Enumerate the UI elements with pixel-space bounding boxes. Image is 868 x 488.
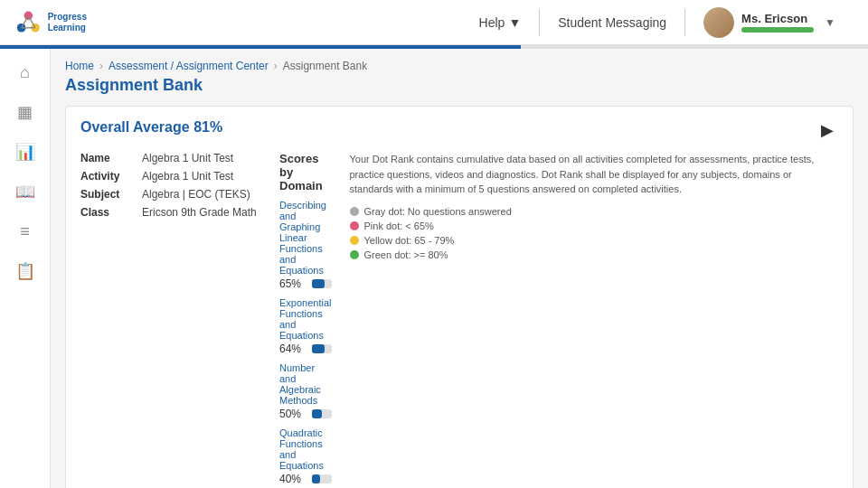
overall-card: Overall Average 81% ▶ Name Algebra 1 Uni…	[65, 106, 854, 488]
logo-text: Progress Learning	[48, 12, 87, 33]
info-label-subject: Subject	[80, 188, 135, 201]
info-row-subject: Subject Algebra | EOC (TEKS)	[80, 188, 261, 201]
green-dot	[350, 250, 359, 259]
info-label-name: Name	[80, 152, 135, 164]
yellow-dot	[350, 236, 359, 245]
domain-pct: 40%	[279, 473, 305, 485]
play-button[interactable]: ▶	[816, 119, 838, 141]
breadcrumb-sep-2: ›	[274, 60, 278, 72]
student-messaging-link[interactable]: Student Messaging	[558, 15, 666, 30]
card-inner: Name Algebra 1 Unit Test Activity Algebr…	[80, 152, 838, 488]
logo-icon	[14, 8, 42, 37]
user-progress-bar	[741, 27, 814, 33]
domain-pct: 65%	[279, 277, 305, 290]
bar-fill	[312, 279, 325, 288]
info-label-class: Class	[80, 206, 135, 219]
user-name: Ms. Ericson	[741, 12, 807, 25]
user-menu[interactable]: Ms. Ericson ▼	[703, 7, 835, 38]
overall-title: Overall Average 81%	[80, 119, 222, 136]
legend-item-label: Gray dot: No questions answered	[364, 206, 512, 217]
sidebar-clipboard-icon[interactable]: 📋	[13, 258, 38, 284]
legend-item: Green dot: >= 80%	[350, 249, 839, 260]
legend-section: Your Dot Rank contains cumulative data b…	[350, 152, 839, 488]
domain-item: Number and Algebraic Methods 50%	[279, 362, 332, 420]
legend-item-label: Green dot: >= 80%	[364, 249, 448, 260]
header-center: Help ▼ Student Messaging Ms. Ericson ▼	[87, 7, 854, 38]
domain-name: Number and Algebraic Methods	[279, 362, 332, 406]
info-value-activity: Algebra 1 Unit Test	[142, 170, 233, 183]
domain-pct: 50%	[279, 408, 305, 420]
gray-dot	[350, 207, 359, 216]
logo: Progress Learning	[14, 8, 87, 37]
user-name-area: Ms. Ericson	[741, 12, 814, 33]
layout: ⌂ ▦ 📊 📖 ≡ 📋 Home › Assessment / Assignme…	[0, 49, 868, 488]
domain-bar-row: 64%	[279, 343, 332, 355]
legend-items: Gray dot: No questions answered Pink dot…	[350, 206, 839, 260]
info-row-name: Name Algebra 1 Unit Test	[80, 152, 261, 164]
overall-value: 81%	[193, 119, 222, 135]
sidebar-book-icon[interactable]: 📖	[13, 179, 38, 204]
breadcrumb-assessment[interactable]: Assessment / Assignment Center	[108, 60, 269, 72]
domains-container: Describing and Graphing Linear Functions…	[279, 200, 332, 485]
domain-name: Describing and Graphing Linear Functions…	[279, 200, 332, 276]
info-value-name: Algebra 1 Unit Test	[142, 152, 233, 164]
breadcrumb: Home › Assessment / Assignment Center › …	[65, 60, 854, 72]
bar-fill	[312, 344, 325, 353]
domain-item: Describing and Graphing Linear Functions…	[279, 200, 332, 290]
sidebar-chart-icon[interactable]: 📊	[13, 139, 38, 164]
legend-item: Yellow dot: 65 - 79%	[350, 235, 839, 246]
sidebar-building-icon[interactable]: ▦	[13, 99, 38, 125]
sidebar-stack-icon[interactable]: ≡	[13, 219, 38, 244]
sidebar: ⌂ ▦ 📊 📖 ≡ 📋	[0, 49, 51, 488]
bar-track	[312, 279, 332, 288]
breadcrumb-current: Assignment Bank	[283, 60, 367, 72]
page-title: Assignment Bank	[65, 76, 854, 95]
header: Progress Learning Help ▼ Student Messagi…	[0, 0, 868, 45]
domain-bar-row: 40%	[279, 473, 332, 485]
domain-item: Exponential Functions and Equations 64%	[279, 297, 332, 355]
avatar	[703, 7, 734, 38]
info-value-subject: Algebra | EOC (TEKS)	[142, 188, 250, 201]
domain-bar-row: 50%	[279, 408, 332, 420]
domain-item: Quadratic Functions and Equations 40%	[279, 427, 332, 485]
main-content: Home › Assessment / Assignment Center › …	[51, 49, 868, 488]
help-button[interactable]: Help ▼	[479, 15, 522, 30]
domain-name: Exponential Functions and Equations	[279, 297, 332, 341]
info-section: Name Algebra 1 Unit Test Activity Algebr…	[80, 152, 261, 488]
bar-fill	[312, 409, 322, 418]
bar-track	[312, 344, 332, 353]
domain-bar-row: 65%	[279, 277, 332, 290]
info-row-activity: Activity Algebra 1 Unit Test	[80, 170, 261, 183]
legend-item-label: Pink dot: < 65%	[364, 221, 434, 231]
chevron-down-icon: ▼	[508, 15, 521, 30]
header-divider-2	[684, 9, 685, 36]
info-label-activity: Activity	[80, 170, 135, 183]
bar-fill	[312, 474, 320, 483]
sidebar-home-icon[interactable]: ⌂	[13, 60, 38, 85]
user-menu-chevron: ▼	[825, 16, 835, 29]
overall-header: Overall Average 81% ▶	[80, 119, 838, 141]
legend-item: Gray dot: No questions answered	[350, 206, 839, 217]
breadcrumb-home[interactable]: Home	[65, 60, 94, 72]
bar-track	[312, 474, 332, 483]
bar-track	[312, 409, 332, 418]
domain-name: Quadratic Functions and Equations	[279, 427, 332, 471]
info-row-class: Class Ericson 9th Grade Math	[80, 206, 261, 219]
header-divider	[539, 9, 540, 36]
info-value-class: Ericson 9th Grade Math	[142, 206, 257, 219]
legend-text: Your Dot Rank contains cumulative data b…	[350, 152, 839, 197]
pink-dot	[350, 221, 359, 230]
breadcrumb-sep-1: ›	[99, 60, 103, 72]
scores-title: Scores by Domain	[279, 152, 332, 192]
scores-section: Scores by Domain Describing and Graphing…	[279, 152, 332, 488]
legend-item: Pink dot: < 65%	[350, 221, 839, 231]
domain-pct: 64%	[279, 343, 305, 355]
legend-item-label: Yellow dot: 65 - 79%	[364, 235, 455, 246]
